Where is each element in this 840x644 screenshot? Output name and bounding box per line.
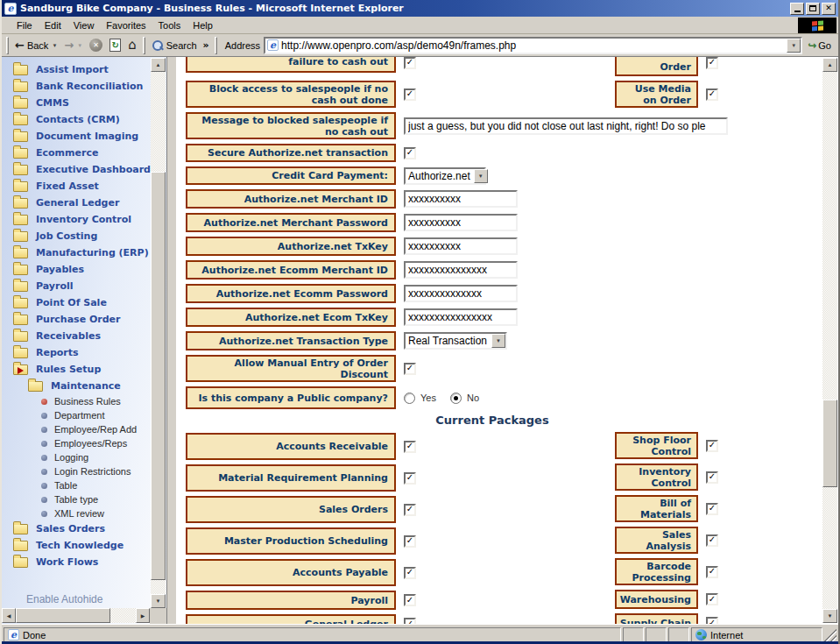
sidebar-item-bank-reconciliation[interactable]: Bank Reconciliation <box>2 78 151 95</box>
checkbox[interactable]: ✓ <box>706 57 718 69</box>
back-button[interactable]: ← Back ▼ <box>11 38 60 53</box>
sidebar-item-sales-orders[interactable]: Sales Orders <box>2 520 151 537</box>
chevron-down-icon[interactable]: ▼ <box>491 334 505 348</box>
sidebar-item-ecommerce[interactable]: Ecommerce <box>2 145 151 161</box>
checkbox[interactable]: ✓ <box>706 617 718 624</box>
menu-edit[interactable]: Edit <box>39 18 67 32</box>
address-dropdown-button[interactable]: ▼ <box>787 39 801 53</box>
scroll-right-button[interactable]: ▶ <box>136 608 150 623</box>
sidebar-item-table-type[interactable]: Table type <box>2 492 151 506</box>
sidebar-item-executive-dashboard[interactable]: Executive Dashboard <box>2 161 151 178</box>
scroll-left-button[interactable]: ◀ <box>2 608 16 623</box>
ecomm-password-input[interactable] <box>404 285 518 302</box>
sidebar-item-point-of-sale[interactable]: Point Of Sale <box>2 294 151 311</box>
scroll-down-button[interactable]: ▼ <box>822 609 837 623</box>
sidebar-item-payables[interactable]: Payables <box>2 261 151 278</box>
sidebar-item-rules-setup[interactable]: Rules Setup <box>2 361 151 378</box>
checkbox[interactable]: ✓ <box>404 594 416 606</box>
checkbox[interactable]: ✓ <box>706 534 718 547</box>
content-vertical-scrollbar[interactable]: ▲ ▼ <box>822 58 837 623</box>
scroll-up-button[interactable]: ▲ <box>151 58 166 72</box>
sidebar-item-receivables[interactable]: Receivables <box>2 328 151 344</box>
chevron-down-icon[interactable]: ▼ <box>474 169 488 183</box>
merchant-id-input[interactable] <box>404 190 518 208</box>
menu-tools[interactable]: Tools <box>152 18 187 32</box>
sidebar-item-employees-reps[interactable]: Employees/Reps <box>2 436 151 450</box>
search-button[interactable]: Search <box>148 38 201 53</box>
checkbox[interactable]: ✓ <box>404 441 416 453</box>
sidebar-vertical-scrollbar[interactable]: ▲ ▼ <box>151 58 166 608</box>
sidebar-item-contacts-crm[interactable]: Contacts (CRM) <box>2 111 151 128</box>
resize-grip[interactable] <box>824 627 836 642</box>
stop-button[interactable]: ✕ <box>86 37 106 53</box>
ecom-txkey-input[interactable] <box>404 308 518 326</box>
radio-no[interactable] <box>450 393 462 404</box>
back-dropdown-icon[interactable]: ▼ <box>52 43 57 48</box>
enable-autohide-link[interactable]: Enable Autohide <box>26 593 102 605</box>
address-url[interactable]: http://www.openpro.com/asp/demo49n/frame… <box>281 39 787 52</box>
sidebar-item-login-restrictions[interactable]: Login Restrictions <box>2 464 151 478</box>
sidebar-item-fixed-asset[interactable]: Fixed Asset <box>2 178 151 195</box>
sidebar-item-general-ledger[interactable]: General Ledger <box>2 195 151 211</box>
sidebar-item-manufacturing-erp[interactable]: Manufacturing (ERP) <box>2 244 151 261</box>
merchant-password-input[interactable] <box>404 214 518 231</box>
checkbox[interactable]: ✓ <box>706 593 718 605</box>
checkbox[interactable]: ✓ <box>706 440 718 452</box>
scrollbar-thumb[interactable] <box>151 172 166 580</box>
menu-view[interactable]: View <box>67 18 101 32</box>
sidebar-item-job-costing[interactable]: Job Costing <box>2 228 151 244</box>
txkey-input[interactable] <box>404 237 518 255</box>
sidebar-item-assist-import[interactable]: Assist Import <box>2 61 151 78</box>
checkbox[interactable]: ✓ <box>706 88 718 101</box>
checkbox[interactable]: ✓ <box>706 471 718 484</box>
address-bar[interactable]: e http://www.openpro.com/asp/demo49n/fra… <box>264 37 802 54</box>
transaction-type-select[interactable]: Real Transaction ▼ <box>404 332 507 350</box>
checkbox[interactable]: ✓ <box>404 472 416 485</box>
sidebar-item-logging[interactable]: Logging <box>2 450 151 464</box>
menu-help[interactable]: Help <box>187 18 219 32</box>
scrollbar-thumb[interactable] <box>16 608 110 623</box>
checkbox[interactable]: ✓ <box>404 363 416 375</box>
sidebar-item-purchase-order[interactable]: Purchase Order <box>2 311 151 328</box>
close-button[interactable]: ✕ <box>822 3 836 15</box>
sidebar-item-maintenance[interactable]: Maintenance <box>2 378 151 394</box>
checkbox[interactable]: ✓ <box>706 566 718 578</box>
checkbox[interactable]: ✓ <box>404 147 416 159</box>
refresh-button[interactable]: ↻ <box>106 37 124 53</box>
forward-button[interactable]: → ▼ <box>60 38 86 53</box>
toolbar-overflow-chevron[interactable]: » <box>201 39 212 51</box>
sidebar-item-employee-rep-add[interactable]: Employee/Rep Add <box>2 422 151 436</box>
menu-file[interactable]: File <box>11 18 39 32</box>
toolbar-grip[interactable] <box>6 37 9 54</box>
sidebar-item-xml-review[interactable]: XML review <box>2 506 151 520</box>
checkbox[interactable]: ✓ <box>404 567 416 579</box>
ecomm-merchant-id-input[interactable] <box>404 261 518 279</box>
sidebar-item-payroll[interactable]: Payroll <box>2 278 151 294</box>
sidebar-item-department[interactable]: Department <box>2 408 151 422</box>
menu-favorites[interactable]: Favorites <box>100 18 152 32</box>
sidebar-item-inventory-control[interactable]: Inventory Control <box>2 211 151 228</box>
scroll-down-button[interactable]: ▼ <box>151 594 166 608</box>
sidebar-item-reports[interactable]: Reports <box>2 344 151 361</box>
checkbox[interactable]: ✓ <box>404 57 416 69</box>
blocked-message-input[interactable] <box>404 117 728 135</box>
sidebar-item-business-rules[interactable]: Business Rules <box>2 394 151 408</box>
sidebar-item-table[interactable]: Table <box>2 478 151 492</box>
sidebar-item-tech-knowledge[interactable]: Tech Knowledge <box>2 537 151 554</box>
checkbox[interactable]: ✓ <box>404 88 416 101</box>
forward-dropdown-icon[interactable]: ▼ <box>77 43 82 48</box>
scroll-up-button[interactable]: ▲ <box>822 58 837 72</box>
sidebar-horizontal-scrollbar[interactable]: ◀ ▶ <box>2 608 150 623</box>
scrollbar-thumb[interactable] <box>822 400 837 487</box>
checkbox[interactable]: ✓ <box>404 618 416 624</box>
minimize-button[interactable] <box>790 3 804 15</box>
home-button[interactable]: ⌂ <box>124 37 140 53</box>
go-button[interactable]: ↪ Go <box>802 38 836 53</box>
sidebar-item-document-imaging[interactable]: Document Imaging <box>2 128 151 145</box>
checkbox[interactable]: ✓ <box>404 535 416 548</box>
sidebar-item-work-flows[interactable]: Work Flows <box>2 554 151 570</box>
maximize-button[interactable] <box>806 3 820 15</box>
checkbox[interactable]: ✓ <box>706 503 718 515</box>
radio-yes[interactable] <box>404 393 415 404</box>
sidebar-item-cmms[interactable]: CMMS <box>2 95 151 111</box>
